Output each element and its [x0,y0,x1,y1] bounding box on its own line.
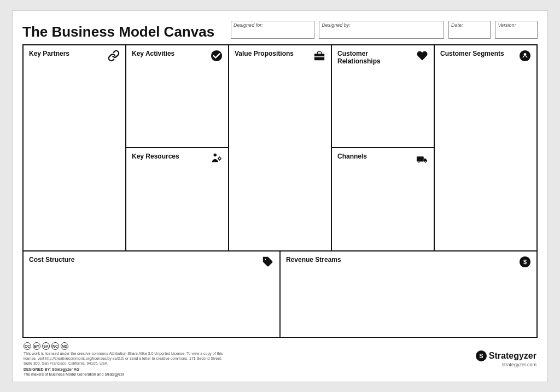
designed-by-field[interactable]: Designed by: [319,21,444,39]
key-partners-cell[interactable]: Key Partners [24,45,125,250]
channels-text: Channels [337,153,367,160]
key-resources-cell[interactable]: Key Resources [126,148,228,250]
customer-segments-text: Customer Segments [440,50,504,57]
tag-icon [262,256,274,270]
designed-for-field[interactable]: Designed for: [231,21,314,39]
cc-icon: CC [24,342,31,350]
key-activities-label-row: Key Activities [132,50,223,63]
canvas-bottom-row: Cost Structure Revenue Streams [24,251,536,337]
cost-structure-text: Cost Structure [29,256,74,264]
revenue-streams-label-row: Revenue Streams $ [286,256,531,270]
footer-right: S Strategyzer strategyzer.com [476,350,536,367]
designed-for-value[interactable] [231,28,314,38]
svg-point-2 [219,157,221,160]
svg-point-0 [211,50,222,61]
truck-icon [416,153,428,166]
customer-segments-column: Customer Segments [435,45,536,250]
value-propositions-label-row: Value Propositions [235,50,325,63]
svg-text:$: $ [523,259,527,265]
date-value[interactable] [449,28,491,38]
strategyzer-logo: S Strategyzer [476,350,536,361]
main-title: The Business Model Canvas [22,25,214,39]
svg-point-6 [418,161,420,163]
footer-left: CC BY SA NC ND This work is licensed und… [24,342,231,376]
nc-icon: NC [51,342,59,350]
revenue-streams-text: Revenue Streams [286,256,341,264]
key-partners-text: Key Partners [29,50,69,57]
date-label: Date: [449,21,491,28]
svg-point-9 [524,52,527,55]
strategyzer-url: strategyzer.com [501,362,536,367]
nd-icon: ND [61,342,68,350]
customer-segments-cell[interactable]: Customer Segments [435,45,536,250]
by-icon: BY [33,342,40,350]
revenue-streams-cell[interactable]: Revenue Streams $ [281,251,536,337]
channels-label-row: Channels [337,153,428,166]
key-activities-inner: Key Activities [126,45,228,148]
page: The Business Model Canvas Designed for: … [12,10,548,382]
activities-resources-column: Key Activities Key [126,45,229,250]
channels-inner: Channels [332,148,434,250]
version-label: Version: [495,21,537,28]
key-resources-label-row: Key Resources [132,153,223,166]
customer-relationships-inner: Customer Relationships [332,45,434,148]
heart-icon [416,50,428,63]
designed-by-label: Designed by: [319,21,444,28]
key-resources-text: Key Resources [132,153,179,160]
top-header: The Business Model Canvas Designed for: … [22,21,538,39]
license-text: This work is licensed under the creative… [24,351,231,366]
footer: CC BY SA NC ND This work is licensed und… [22,342,538,376]
version-value[interactable] [495,28,537,38]
strategyzer-brand: Strategyzer [489,351,536,361]
date-field[interactable]: Date: [448,21,491,39]
cost-structure-label-row: Cost Structure [29,256,274,270]
briefcase-icon [313,50,325,63]
customer-relationships-cell[interactable]: Customer Relationships [332,45,434,149]
svg-point-1 [214,154,217,157]
value-propositions-cell[interactable]: Value Propositions [229,45,331,250]
value-propositions-text: Value Propositions [235,50,294,57]
svg-point-7 [425,161,427,163]
header-fields: Designed for: Designed by: Date: Version… [231,21,538,39]
license-icons: CC BY SA NC ND [24,342,231,350]
designed-by-footer: DESIGNED BY: Strategyzer AG [24,367,231,371]
version-field[interactable]: Version: [495,21,538,39]
designed-for-label: Designed for: [231,21,314,28]
strategyzer-icon: S [476,350,487,361]
designed-by-value[interactable] [319,28,444,38]
coin-icon: $ [519,256,531,270]
svg-rect-5 [417,157,424,162]
segments-icon [519,50,531,63]
key-partners-label-row: Key Partners [29,50,120,63]
value-propositions-column: Value Propositions [229,45,332,250]
checkmark-icon [211,50,223,63]
key-resources-inner: Key Resources [126,148,228,250]
key-activities-cell[interactable]: Key Activities [126,45,228,149]
channels-cell[interactable]: Channels [332,148,434,250]
customer-relationships-text: Customer Relationships [337,50,413,65]
customer-relationships-label-row: Customer Relationships [337,50,428,65]
sa-icon: SA [42,342,50,350]
resources-icon [211,153,223,166]
customer-segments-label-row: Customer Segments [440,50,531,63]
canvas-main-row: Key Partners [24,45,536,251]
key-partners-column: Key Partners [24,45,126,250]
link-icon [108,50,120,63]
canvas: Key Partners [22,44,538,338]
makers-text: The makers of Business Model Generation … [24,372,231,376]
cost-structure-cell[interactable]: Cost Structure [24,251,281,337]
key-activities-text: Key Activities [132,50,174,57]
relationships-channels-column: Customer Relationships Channels [332,45,435,250]
